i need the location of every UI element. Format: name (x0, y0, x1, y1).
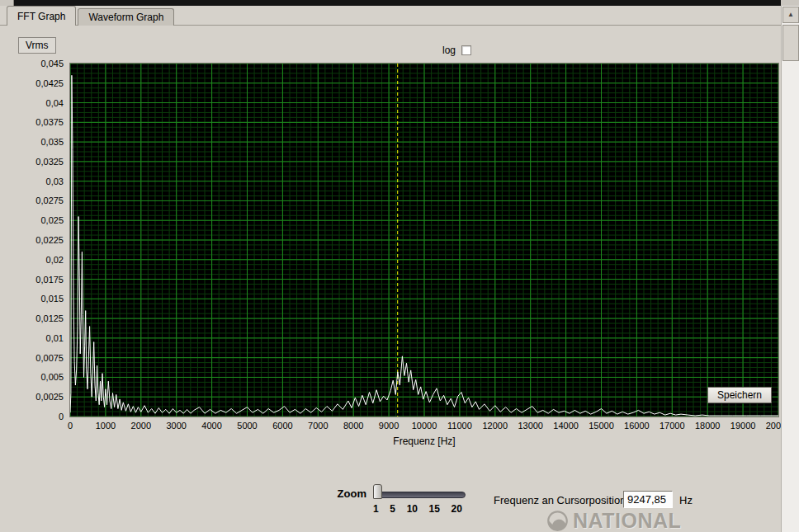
y-tick-label: 0,04 (46, 98, 64, 108)
zoom-slider[interactable] (373, 484, 467, 501)
y-tick-label: 0,0275 (35, 195, 64, 205)
tab-waveform-graph[interactable]: Waveform Graph (78, 8, 174, 26)
x-tick-label: 1000 (96, 421, 116, 431)
fft-plot[interactable]: Speichern (69, 63, 779, 417)
x-tick-label: 8000 (343, 421, 363, 431)
log-scale-group: log (442, 45, 471, 56)
y-tick-label: 0,0125 (35, 313, 64, 323)
zoom-tick-label: 20 (452, 503, 462, 515)
speichern-button[interactable]: Speichern (707, 387, 772, 403)
x-tick-label: 16000 (624, 421, 650, 431)
cursor-frequency-value[interactable]: 9247,85 (623, 491, 673, 508)
x-tick-label: 15000 (589, 421, 614, 431)
scrollbar-corner (781, 0, 799, 6)
x-axis-labels: 0100020003000400050006000700080009000100… (70, 421, 778, 432)
grid-major (70, 64, 778, 417)
x-tick-label: 12000 (483, 421, 508, 431)
x-tick-label: 2000 (131, 421, 151, 431)
zoom-slider-track[interactable] (375, 492, 466, 498)
y-axis-labels: 0,0450,04250,040,03750,0350,03250,030,02… (0, 64, 66, 417)
scroll-up-button[interactable]: ▲ (782, 7, 799, 23)
y-tick-label: 0,0175 (35, 275, 64, 285)
zoom-tick-label: 15 (429, 503, 440, 515)
y-tick-label: 0,02 (46, 255, 64, 265)
y-tick-label: 0,0025 (35, 392, 64, 402)
y-tick-label: 0,025 (40, 215, 64, 225)
x-tick-label: 17000 (660, 421, 685, 431)
x-tick-label: 4000 (201, 421, 221, 431)
x-tick-label: 18000 (695, 421, 721, 431)
cursor-position-label: Frequenz an Cursorposition (494, 494, 626, 506)
zoom-tick-label: 1 (373, 503, 379, 515)
log-label: log (442, 45, 456, 56)
log-checkbox[interactable] (461, 45, 471, 55)
y-tick-label: 0 (59, 412, 64, 421)
horizontal-scrollbar-stub[interactable] (0, 0, 14, 6)
window-top-edge (0, 0, 799, 6)
ni-watermark: NATIONAL (546, 509, 681, 532)
x-tick-label: 5000 (237, 421, 257, 431)
y-tick-label: 0,0425 (35, 78, 64, 88)
ni-brand-text: NATIONAL (573, 509, 681, 532)
y-tick-label: 0,015 (40, 294, 64, 304)
x-tick-label: 7000 (308, 421, 328, 431)
y-tick-label: 0,0225 (35, 235, 64, 245)
zoom-tick-label: 5 (390, 503, 395, 515)
y-unit-selector[interactable]: Vrms (18, 37, 56, 54)
zoom-label: Zoom (329, 487, 366, 500)
x-tick-label: 0 (68, 421, 73, 431)
y-tick-label: 0,045 (40, 59, 64, 68)
y-tick-label: 0,03 (46, 177, 64, 186)
x-tick-label: 10000 (412, 421, 437, 431)
scrollbar-thumb[interactable] (782, 25, 799, 61)
x-tick-label: 3000 (166, 421, 186, 431)
x-tick-label: 19000 (730, 421, 756, 431)
fft-chart (70, 64, 778, 417)
y-tick-label: 0,0375 (35, 117, 64, 127)
y-tick-label: 0,005 (40, 372, 64, 382)
x-tick-label: 11000 (447, 421, 472, 431)
tab-fft-graph[interactable]: FFT Graph (7, 6, 76, 26)
zoom-slider-handle[interactable] (373, 484, 382, 499)
zoom-tick-label: 10 (407, 503, 418, 515)
vertical-scrollbar[interactable]: ▲ (781, 6, 799, 532)
x-tick-label: 9000 (379, 421, 399, 431)
ni-eagle-icon (546, 510, 569, 532)
y-tick-label: 0,01 (46, 333, 64, 343)
x-tick-label: 6000 (272, 421, 292, 431)
y-tick-label: 0,0325 (35, 157, 64, 167)
cursor-unit-label: Hz (679, 494, 693, 506)
x-axis-title: Frequenz [Hz] (70, 435, 778, 447)
x-tick-label: 14000 (553, 421, 579, 431)
zoom-tick-labels: 15101520 (373, 503, 462, 515)
x-tick-label: 13000 (518, 421, 543, 431)
application-window: FFT Graph Waveform Graph Vrms log 0,0450… (0, 0, 799, 532)
y-tick-label: 0,035 (40, 137, 64, 147)
y-tick-label: 0,0075 (35, 353, 64, 363)
tab-bar: FFT Graph Waveform Graph (7, 6, 176, 26)
